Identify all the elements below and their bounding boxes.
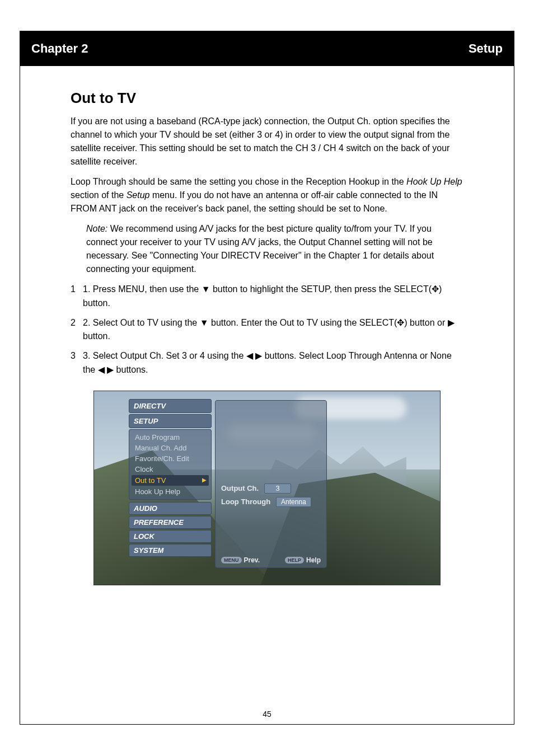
osd-sidebar: DIRECTV SETUP Auto Program Manual Ch. Ad… — [129, 399, 212, 557]
step-3: 3 3. Select Output Ch. Set 3 or 4 using … — [71, 349, 463, 377]
p2-setup-link: Setup — [127, 190, 150, 200]
sidebar-head-preference[interactable]: PREFERENCE — [129, 516, 212, 529]
page-number: 45 — [263, 710, 271, 719]
footer-prev-text: Prev. — [244, 556, 260, 564]
sidebar-head-setup[interactable]: SETUP — [129, 414, 212, 428]
p2-part1: Loop Through should be same the setting … — [71, 177, 406, 186]
step1-b: button to highlight the SETUP, then pres… — [210, 284, 432, 294]
header-right: Setup — [469, 41, 503, 56]
osd-screenshot: DIRECTV SETUP Auto Program Manual Ch. Ad… — [93, 391, 441, 585]
steps: 1 1. Press MENU, then use the ▼ button t… — [71, 283, 463, 377]
right-arrow-icon: ▶ — [448, 318, 455, 327]
step-1-num: 1 — [71, 283, 76, 297]
select-crosshair-icon: ✥ — [432, 284, 439, 294]
sidebar-item-hook-up-help[interactable]: Hook Up Help — [129, 486, 211, 497]
footer-help: HELP Help — [285, 556, 321, 564]
step3-a: 3. Select Output Ch. Set 3 or 4 using th… — [83, 351, 246, 360]
note-paragraph: Note: We recommend using A/V jacks for t… — [86, 222, 463, 276]
step2-c: ) button or — [404, 318, 447, 327]
left-right-arrow-icon: ◀ ▶ — [246, 351, 262, 360]
sidebar-item-manual-ch-add[interactable]: Manual Ch. Add — [129, 443, 211, 453]
down-arrow-icon: ▼ — [200, 318, 209, 327]
step2-b: button. Enter the Out to TV using the SE… — [209, 318, 397, 327]
footer-prev: MENU Prev. — [221, 556, 260, 564]
help-pill-icon: HELP — [285, 557, 304, 564]
down-arrow-icon: ▼ — [202, 284, 210, 294]
step-2: 2 2. Select Out to TV using the ▼ button… — [71, 316, 463, 344]
panel-row-output-ch: Output Ch. 3 — [221, 483, 291, 494]
select-crosshair-icon: ✥ — [397, 318, 404, 327]
step-2-num: 2 — [71, 316, 76, 330]
footer-help-text: Help — [306, 556, 321, 564]
sidebar-item-out-to-tv[interactable]: Out to TV — [132, 475, 209, 486]
menu-pill-icon: MENU — [221, 557, 242, 564]
label-loop-through: Loop Through — [221, 497, 270, 506]
paragraph-2: Loop Through should be same the setting … — [71, 175, 463, 215]
note-lead: Note: — [86, 224, 107, 233]
paragraph-1: If you are not using a baseband (RCA-typ… — [71, 115, 463, 168]
note-text: We recommend using A/V jacks for the bes… — [86, 224, 434, 274]
osd-panel: Output Ch. 3 Loop Through Antenna MENU P… — [215, 400, 327, 568]
p2-hookup-help-link: Hook Up Help — [406, 177, 462, 186]
section-title: Out to TV — [71, 90, 463, 107]
label-output-ch: Output Ch. — [221, 484, 259, 492]
step1-a: 1. Press MENU, then use the — [83, 284, 202, 294]
content-area: Out to TV If you are not using a baseban… — [20, 66, 514, 585]
step2-a: 2. Select Out to TV using the — [83, 318, 200, 327]
sidebar-head-directv[interactable]: DIRECTV — [129, 399, 212, 413]
sidebar-setup-items: Auto Program Manual Ch. Add Favorite/Ch.… — [129, 429, 212, 500]
step2-d: button. — [83, 331, 110, 341]
page-frame: Chapter 2 Setup Out to TV If you are not… — [20, 31, 514, 725]
sidebar-head-lock[interactable]: LOCK — [129, 530, 212, 543]
step3-c: buttons. — [114, 365, 148, 374]
sidebar-item-favorite-ch-edit[interactable]: Favorite/Ch. Edit — [129, 453, 211, 464]
panel-row-loop-through: Loop Through Antenna — [221, 497, 311, 507]
header-left: Chapter 2 — [31, 41, 88, 56]
sidebar-item-clock[interactable]: Clock — [129, 464, 211, 475]
osd-footer: MENU Prev. HELP Help — [221, 556, 321, 564]
step-1: 1 1. Press MENU, then use the ▼ button t… — [71, 283, 463, 311]
step-3-num: 3 — [71, 349, 76, 363]
p2-part2: section of the — [71, 190, 127, 200]
value-output-ch[interactable]: 3 — [264, 483, 291, 494]
header-bar: Chapter 2 Setup — [20, 31, 514, 66]
left-right-arrow-icon: ◀ ▶ — [98, 365, 114, 374]
sidebar-head-system[interactable]: SYSTEM — [129, 544, 212, 557]
sidebar-item-auto-program[interactable]: Auto Program — [129, 432, 211, 443]
value-loop-through[interactable]: Antenna — [276, 497, 311, 507]
sidebar-head-audio[interactable]: AUDIO — [129, 502, 212, 515]
